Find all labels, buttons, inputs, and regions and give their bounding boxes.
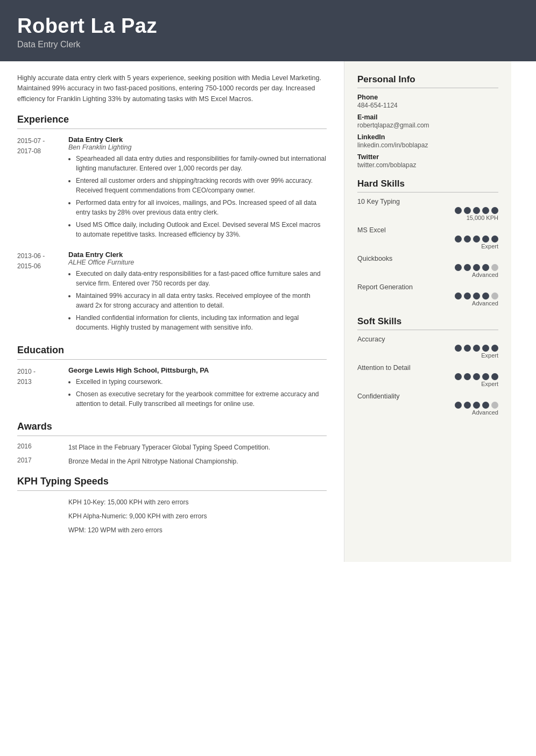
email-label: E-mail <box>357 113 498 121</box>
skill-level-msexcel: Expert <box>481 243 498 249</box>
dot <box>491 236 498 243</box>
skill-rating-accuracy: Expert <box>357 345 498 359</box>
education-divider <box>17 359 327 360</box>
skill-dots-msexcel <box>455 236 498 243</box>
skill-name-quickbooks: Quickbooks <box>357 255 498 262</box>
exp-bullet: Executed on daily data-entry responsibil… <box>76 269 327 288</box>
edu-bullets-1: Excelled in typing coursework. Chosen as… <box>68 377 327 409</box>
dot <box>491 264 498 271</box>
skill-level-attention: Expert <box>481 381 498 387</box>
exp-content-1: Data Entry Clerk Ben Franklin Lighting S… <box>68 135 327 242</box>
awards-divider <box>17 436 327 436</box>
exp-bullet: Performed data entry for all invoices, m… <box>76 198 327 217</box>
phone-value: 484-654-1124 <box>357 102 498 109</box>
skill-rating-confidentiality: Advanced <box>357 402 498 416</box>
phone-label: Phone <box>357 94 498 101</box>
dot <box>482 293 489 299</box>
dot <box>464 236 471 243</box>
exp-job-title-2: Data Entry Clerk <box>68 251 327 259</box>
edu-content-1: George Lewis High School, Pittsburgh, PA… <box>68 366 327 411</box>
kph-item-1: KPH 10-Key: 15,000 KPH with zero errors <box>17 497 327 507</box>
dot <box>455 373 462 380</box>
skill-level-accuracy: Expert <box>481 352 498 359</box>
exp-bullet: Entered all customer orders and shipping… <box>76 176 327 195</box>
skill-level-quickbooks: Advanced <box>472 272 498 278</box>
exp-bullet: Maintained 99% accuracy in all data entr… <box>76 291 327 310</box>
dot <box>455 402 462 409</box>
exp-job-title-1: Data Entry Clerk <box>68 135 327 144</box>
education-section: Education 2010 - 2013 George Lewis High … <box>17 345 327 411</box>
personal-info-section: Personal Info Phone 484-654-1124 E-mail … <box>357 74 498 169</box>
awards-title: Awards <box>17 421 327 432</box>
twitter-label: Twitter <box>357 153 498 161</box>
exp-item-2: 2013-06 - 2015-06 Data Entry Clerk ALHE … <box>17 251 327 335</box>
dot <box>473 345 480 352</box>
dot <box>473 373 480 380</box>
dot <box>455 345 462 352</box>
linkedin-label: LinkedIn <box>357 133 498 141</box>
linkedin-value: linkedin.com/in/boblapaz <box>357 141 498 149</box>
exp-company-2: ALHE Office Furniture <box>68 259 327 266</box>
dot <box>491 207 498 214</box>
dot <box>464 373 471 380</box>
twitter-value: twitter.com/boblapaz <box>357 161 498 169</box>
skill-10key: 10 Key Typing 15,000 KPH <box>357 198 498 221</box>
dot <box>473 264 480 271</box>
candidate-title: Data Entry Clerk <box>17 40 519 49</box>
exp-company-1: Ben Franklin Lighting <box>68 144 327 151</box>
dot <box>473 402 480 409</box>
award-item-1: 2016 1st Place in the February Typeracer… <box>17 443 327 452</box>
right-column: Personal Info Phone 484-654-1124 E-mail … <box>344 61 511 562</box>
experience-divider <box>17 129 327 129</box>
kph-divider <box>17 490 327 491</box>
award-text-2: Bronze Medal in the April Nitrotype Nati… <box>68 457 327 466</box>
exp-item-1: 2015-07 - 2017-08 Data Entry Clerk Ben F… <box>17 135 327 242</box>
skill-dots-attention <box>455 373 498 380</box>
exp-bullet: Handled confidential information for cli… <box>76 313 327 332</box>
dot <box>455 236 462 243</box>
skill-dots-accuracy <box>455 345 498 352</box>
award-text-1: 1st Place in the February Typeracer Glob… <box>68 443 327 452</box>
skill-dots-10key <box>455 207 498 214</box>
skill-quickbooks: Quickbooks Advanced <box>357 255 498 278</box>
skill-level-10key: 15,000 KPH <box>467 215 498 221</box>
resume-header: Robert La Paz Data Entry Clerk <box>0 0 536 61</box>
award-year-1: 2016 <box>17 443 68 452</box>
dot <box>491 373 498 380</box>
info-field-linkedin: LinkedIn linkedin.com/in/boblapaz <box>357 133 498 149</box>
edu-bullet: Chosen as executive secretary for the ye… <box>76 389 327 409</box>
kph-section: KPH Typing Speeds KPH 10-Key: 15,000 KPH… <box>17 476 327 535</box>
soft-skills-section: Soft Skills Accuracy Expert <box>357 316 498 416</box>
skill-rating-quickbooks: Advanced <box>357 264 498 278</box>
left-column: Highly accurate data entry clerk with 5 … <box>0 61 344 562</box>
dot <box>482 345 489 352</box>
dot <box>464 402 471 409</box>
skill-name-attention: Attention to Detail <box>357 364 498 372</box>
kph-title: KPH Typing Speeds <box>17 476 327 487</box>
dot <box>482 402 489 409</box>
hard-skills-title: Hard Skills <box>357 179 498 189</box>
edu-school-1: George Lewis High School, Pittsburgh, PA <box>68 366 327 374</box>
skill-dots-quickbooks <box>455 264 498 271</box>
kph-item-3: WPM: 120 WPM with zero errors <box>17 525 327 535</box>
skill-msexcel: MS Excel Expert <box>357 226 498 249</box>
dot <box>482 207 489 214</box>
skill-name-report-gen: Report Generation <box>357 283 498 291</box>
edu-dates-1: 2010 - 2013 <box>17 366 68 411</box>
dot <box>491 293 498 299</box>
dot <box>464 207 471 214</box>
skill-rating-attention: Expert <box>357 373 498 387</box>
skill-report-gen: Report Generation Advanced <box>357 283 498 306</box>
dot <box>464 345 471 352</box>
skill-rating-10key: 15,000 KPH <box>357 207 498 221</box>
skill-dots-confidentiality <box>455 402 498 409</box>
experience-title: Experience <box>17 114 327 125</box>
edu-bullet: Excelled in typing coursework. <box>76 377 327 387</box>
skill-name-confidentiality: Confidentiality <box>357 393 498 400</box>
exp-bullets-1: Spearheaded all data entry duties and re… <box>68 154 327 239</box>
personal-info-title: Personal Info <box>357 74 498 85</box>
experience-section: Experience 2015-07 - 2017-08 Data Entry … <box>17 114 327 335</box>
personal-info-divider <box>357 88 498 88</box>
dot <box>455 207 462 214</box>
education-title: Education <box>17 345 327 356</box>
